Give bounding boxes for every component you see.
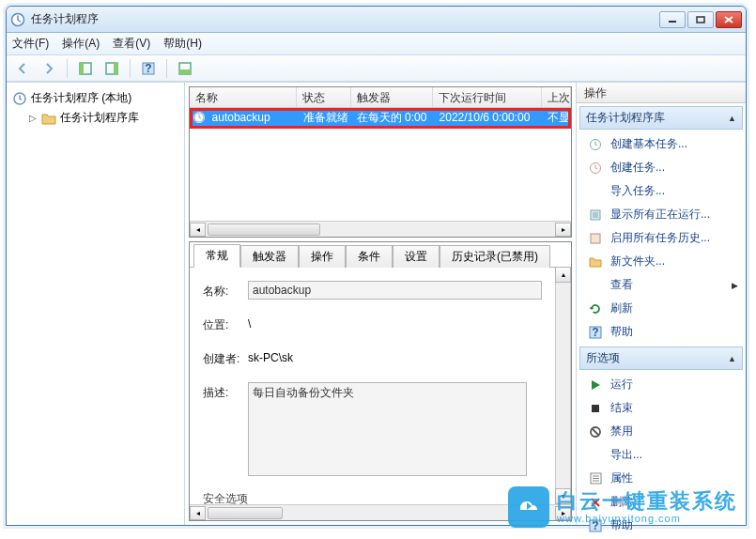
tab-body: 名称: autobackup 位置: \ 创建者: sk-PC\sk 描述: <box>190 267 555 504</box>
row-state: 准备就绪 <box>300 110 353 126</box>
scroll-thumb[interactable] <box>208 507 283 519</box>
actions-group-library[interactable]: 任务计划程序库 ▲ <box>579 106 743 130</box>
toolbar-pane2-icon[interactable] <box>101 58 122 79</box>
detail-vscrollbar[interactable]: ▴ ▾ <box>555 267 571 504</box>
tab-settings[interactable]: 设置 <box>393 245 440 268</box>
scroll-thumb[interactable] <box>208 223 320 236</box>
action-run[interactable]: 运行 <box>577 373 746 396</box>
scroll-left-icon[interactable]: ◂ <box>190 223 206 237</box>
svg-rect-10 <box>179 69 191 74</box>
row-name: autobackup <box>208 111 301 124</box>
label-location: 位置: <box>203 315 248 333</box>
maximize-button[interactable] <box>687 11 714 28</box>
blank-icon <box>588 448 603 463</box>
forward-button[interactable] <box>39 58 59 79</box>
task-icon <box>588 137 603 152</box>
tree-pane: 任务计划程序 (本地) ▷ 任务计划程序库 <box>7 83 185 525</box>
svg-text:?: ? <box>592 326 598 339</box>
task-list: 名称 状态 触发器 下次运行时间 上次 autobackup 准备就绪 在每天的… <box>189 86 572 238</box>
scroll-left-icon[interactable]: ◂ <box>190 506 206 520</box>
action-help[interactable]: ?帮助 <box>577 320 746 344</box>
toolbar-pane3-icon[interactable] <box>175 58 195 79</box>
app-icon <box>10 12 25 27</box>
toolbar-pane1-icon[interactable] <box>75 58 96 79</box>
app-window: 任务计划程序 文件(F) 操作(A) 查看(V) 帮助(H) ? 任务计划程序 … <box>6 6 747 526</box>
col-last[interactable]: 上次 <box>542 87 571 107</box>
menu-view[interactable]: 查看(V) <box>113 36 150 52</box>
window-title: 任务计划程序 <box>31 11 659 27</box>
collapse-icon[interactable]: ▲ <box>728 114 736 123</box>
detail-tabs: 常规 触发器 操作 条件 设置 历史记录(已禁用) <box>190 242 571 267</box>
svg-rect-17 <box>591 234 600 243</box>
actions-pane: 操作 任务计划程序库 ▲ 创建基本任务... 创建任务... 导入任务... 显… <box>577 83 746 525</box>
client-area: 任务计划程序 (本地) ▷ 任务计划程序库 名称 状态 触发器 下次运行时间 上… <box>7 82 746 525</box>
action-show-running[interactable]: 显示所有正在运行... <box>577 203 746 226</box>
actions-group2-label: 所选项 <box>586 350 620 366</box>
tab-general[interactable]: 常规 <box>193 244 240 268</box>
menubar: 文件(F) 操作(A) 查看(V) 帮助(H) <box>7 33 746 55</box>
col-next[interactable]: 下次运行时间 <box>433 87 542 107</box>
action-export[interactable]: 导出... <box>577 443 746 467</box>
tab-history[interactable]: 历史记录(已禁用) <box>440 245 550 268</box>
field-desc: 每日自动备份文件夹 <box>248 382 527 476</box>
window-buttons <box>659 11 742 28</box>
actions-group-label: 任务计划程序库 <box>586 110 665 126</box>
tree-child[interactable]: ▷ 任务计划程序库 <box>10 108 180 128</box>
detail-pane: 常规 触发器 操作 条件 设置 历史记录(已禁用) 名称: autobackup <box>189 241 572 521</box>
field-location: \ <box>248 315 542 331</box>
expand-icon[interactable]: ▷ <box>27 113 38 123</box>
action-new-folder[interactable]: 新文件夹... <box>577 250 746 273</box>
svg-rect-2 <box>697 17 704 23</box>
col-state[interactable]: 状态 <box>297 87 351 107</box>
col-name[interactable]: 名称 <box>190 87 297 107</box>
submenu-icon: ▶ <box>732 281 738 290</box>
help-icon: ? <box>588 325 603 340</box>
folder-icon <box>41 112 56 125</box>
tab-conditions[interactable]: 条件 <box>346 245 393 268</box>
row-trigger: 在每天的 0:00 <box>353 110 436 126</box>
list-body: autobackup 准备就绪 在每天的 0:00 2022/10/6 0:00… <box>190 108 571 221</box>
task-row[interactable]: autobackup 准备就绪 在每天的 0:00 2022/10/6 0:00… <box>190 108 571 127</box>
collapse-icon[interactable]: ▲ <box>728 354 736 363</box>
titlebar[interactable]: 任务计划程序 <box>7 7 746 33</box>
folder-icon <box>588 254 603 270</box>
actions-group-selected[interactable]: 所选项 ▲ <box>579 346 743 370</box>
tab-triggers[interactable]: 触发器 <box>240 245 299 268</box>
col-trigger[interactable]: 触发器 <box>351 87 433 107</box>
clock-icon <box>12 91 27 106</box>
label-desc: 描述: <box>203 382 248 401</box>
tree-root-label: 任务计划程序 (本地) <box>31 90 131 106</box>
action-create-task[interactable]: 创建任务... <box>577 156 746 179</box>
action-disable[interactable]: 禁用 <box>577 420 746 443</box>
svg-text:?: ? <box>145 62 151 75</box>
close-button[interactable] <box>716 11 742 28</box>
actions-title: 操作 <box>577 83 746 103</box>
watermark-line2: www.baiyunxitong.com <box>557 513 737 524</box>
action-import-task[interactable]: 导入任务... <box>577 179 746 203</box>
scroll-right-icon[interactable]: ▸ <box>555 223 571 237</box>
task-clock-icon <box>192 111 207 124</box>
label-name: 名称: <box>203 281 248 300</box>
action-refresh[interactable]: 刷新 <box>577 297 746 320</box>
action-end[interactable]: 结束 <box>577 396 746 420</box>
menu-file[interactable]: 文件(F) <box>12 36 49 52</box>
watermark-logo <box>508 486 549 528</box>
history-icon <box>588 231 603 246</box>
minimize-button[interactable] <box>659 11 686 28</box>
action-enable-history[interactable]: 启用所有任务历史... <box>577 226 746 250</box>
action-create-basic[interactable]: 创建基本任务... <box>577 132 746 156</box>
action-view[interactable]: 查看▶ <box>577 273 746 297</box>
back-button[interactable] <box>12 58 33 79</box>
menu-action[interactable]: 操作(A) <box>62 36 100 52</box>
menu-help[interactable]: 帮助(H) <box>163 36 202 52</box>
tree-root[interactable]: 任务计划程序 (本地) <box>10 88 180 108</box>
tab-actions[interactable]: 操作 <box>299 245 346 268</box>
security-section-label: 安全选项 <box>203 491 542 504</box>
svg-rect-4 <box>80 63 84 74</box>
run-icon <box>588 377 603 393</box>
list-icon <box>588 208 603 223</box>
toolbar-help-icon[interactable]: ? <box>138 58 159 79</box>
list-header: 名称 状态 触发器 下次运行时间 上次 <box>190 87 571 108</box>
scroll-up-icon[interactable]: ▴ <box>555 267 571 283</box>
list-hscrollbar[interactable]: ◂ ▸ <box>190 221 571 237</box>
